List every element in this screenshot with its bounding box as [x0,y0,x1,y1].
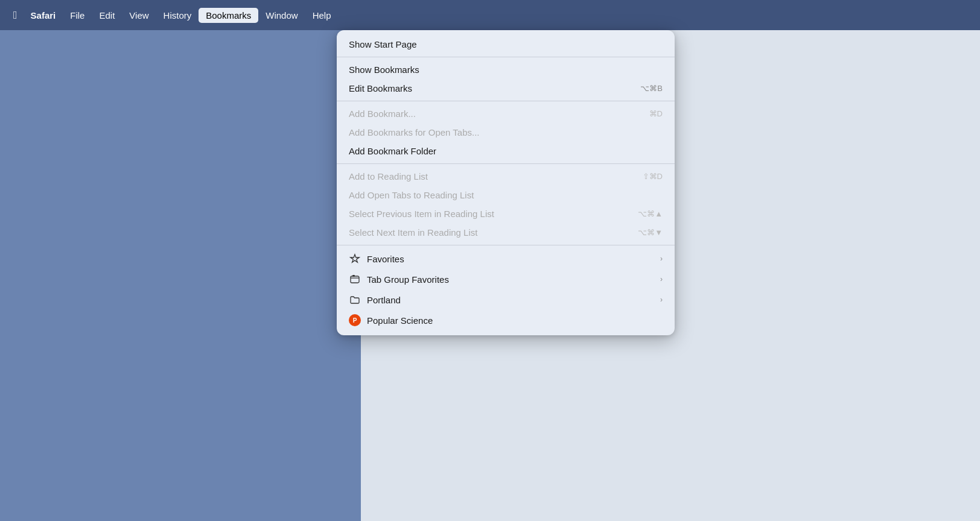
file-menu-item[interactable]: File [63,8,92,23]
show-bookmarks-label: Show Bookmarks [349,65,419,75]
separator-4 [337,245,675,245]
select-next-shortcut: ⌥⌘▼ [638,228,663,237]
separator-3 [337,163,675,164]
star-icon [349,253,361,265]
menubar:  Safari File Edit View History Bookmark… [0,0,980,30]
tab-group-icon [349,273,361,285]
add-bookmark-label: Add Bookmark... [349,109,416,119]
portland-label: Portland [367,295,401,305]
view-menu-item[interactable]: View [122,8,156,23]
history-menu-item[interactable]: History [156,8,199,23]
popular-science-label: Popular Science [367,315,433,326]
edit-menu-item[interactable]: Edit [92,8,122,23]
show-bookmarks-item[interactable]: Show Bookmarks [337,60,675,79]
svg-rect-3 [352,275,355,277]
favorites-label: Favorites [367,254,404,264]
svg-rect-2 [351,276,359,283]
bg-left [0,30,361,521]
select-prev-reading-item: Select Previous Item in Reading List ⌥⌘▲ [337,204,675,223]
tab-group-favorites-item[interactable]: Tab Group Favorites › [337,269,675,289]
edit-bookmarks-label: Edit Bookmarks [349,83,412,93]
separator-2 [337,101,675,101]
show-start-page-label: Show Start Page [349,39,417,49]
popular-science-icon: P [349,314,361,326]
tab-group-favorites-chevron: › [660,275,663,283]
select-next-reading-label: Select Next Item in Reading List [349,227,477,238]
edit-bookmarks-shortcut: ⌥⌘B [640,84,663,93]
select-prev-shortcut: ⌥⌘▲ [638,209,663,218]
help-menu-item[interactable]: Help [305,8,339,23]
bookmarks-dropdown: Show Start Page Show Bookmarks Edit Book… [337,30,675,335]
edit-bookmarks-item[interactable]: Edit Bookmarks ⌥⌘B [337,79,675,98]
add-reading-list-label: Add to Reading List [349,171,428,182]
popular-science-item[interactable]: P Popular Science [337,310,675,330]
add-bookmarks-open-tabs-label: Add Bookmarks for Open Tabs... [349,127,480,137]
tab-group-favorites-label: Tab Group Favorites [367,274,449,285]
add-bookmark-folder-item[interactable]: Add Bookmark Folder [337,142,675,160]
portland-item[interactable]: Portland › [337,289,675,310]
folder-icon [349,294,361,306]
add-bookmark-folder-label: Add Bookmark Folder [349,146,436,156]
add-reading-list-shortcut: ⇧⌘D [643,172,663,181]
add-reading-list-item: Add to Reading List ⇧⌘D [337,167,675,186]
window-menu-item[interactable]: Window [258,8,305,23]
safari-menu-item[interactable]: Safari [24,8,63,23]
apple-menu-item[interactable]:  [7,7,24,24]
portland-chevron: › [660,295,663,304]
select-prev-reading-label: Select Previous Item in Reading List [349,209,494,219]
add-bookmark-item: Add Bookmark... ⌘D [337,104,675,123]
add-open-tabs-reading-item: Add Open Tabs to Reading List [337,186,675,204]
select-next-reading-item: Select Next Item in Reading List ⌥⌘▼ [337,223,675,242]
add-bookmark-shortcut: ⌘D [649,109,663,118]
add-bookmarks-open-tabs-item: Add Bookmarks for Open Tabs... [337,123,675,142]
favorites-item[interactable]: Favorites › [337,248,675,269]
bookmarks-menu-item[interactable]: Bookmarks [199,8,258,23]
favorites-chevron: › [660,254,663,263]
show-start-page-item[interactable]: Show Start Page [337,35,675,54]
separator-1 [337,57,675,57]
add-open-tabs-reading-label: Add Open Tabs to Reading List [349,190,474,200]
